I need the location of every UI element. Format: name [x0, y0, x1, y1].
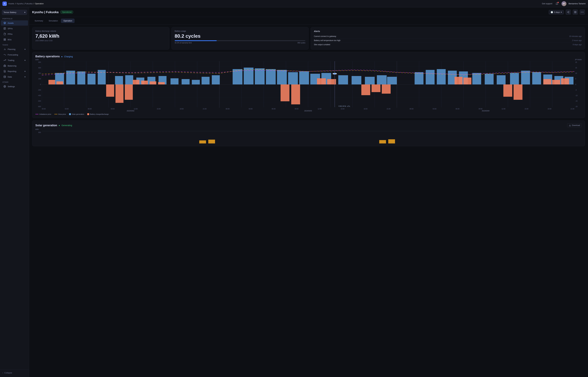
svg-line-19 — [568, 12, 569, 12]
legend-imbalance-price: Imbalance price — [35, 113, 51, 115]
svg-rect-96 — [125, 84, 133, 100]
more-options-button[interactable]: ••• — [580, 10, 585, 15]
portfolio-section-label: PORTFOLIO — [0, 16, 29, 20]
main-layout: Tensor Battery ▾ PORTFOLIO Assets SPVs P… — [0, 7, 588, 377]
sidebar-item-forecasting-label: Forecasting — [8, 54, 18, 56]
alert-row: Battery cell temperature too high 2 hour… — [314, 38, 582, 43]
sidebar-item-ppas[interactable]: PPAs — [1, 31, 28, 37]
alert-text-2: Battery cell temperature too high — [314, 39, 340, 42]
svg-rect-69 — [288, 72, 298, 84]
page-header: Kyushu | Fukuoka Operational 🕐 3 days ▾ … — [29, 7, 588, 17]
download-label: Download — [572, 124, 580, 126]
svg-point-116 — [333, 73, 336, 74]
solar-chart-preview-svg — [42, 131, 582, 143]
grid-icon — [3, 38, 6, 41]
battery-operations-chart-section: Battery operations ● Charging kWh JPY/kW… — [32, 52, 585, 118]
sidebar-item-settings[interactable]: Settings — [1, 84, 28, 89]
sidebar-item-reporting[interactable]: Reporting ▾ — [1, 69, 28, 74]
sidebar-item-bgs[interactable]: BGs — [1, 37, 28, 42]
other-section-label: OTHER — [0, 80, 29, 84]
sidebar: Tensor Battery ▾ PORTFOLIO Assets SPVs P… — [0, 7, 29, 377]
solar-y-label: kWh — [35, 129, 39, 130]
download-icon — [569, 124, 571, 126]
sidebar-item-assets-label: Assets — [8, 22, 14, 24]
charging-dot: ● — [61, 55, 62, 58]
time-selector[interactable]: 🕐 3 days ▾ — [549, 10, 564, 14]
svg-rect-77 — [387, 77, 397, 84]
breadcrumb-assets[interactable]: Assets — [8, 2, 14, 5]
svg-rect-74 — [351, 76, 361, 84]
usage-value: 80.2 cycles — [175, 33, 305, 39]
page-tabs: Summary Simulation Operation — [29, 17, 588, 25]
alert-time-3: 8 days ago — [573, 44, 582, 46]
battery-chart-svg: 現時点 — [42, 61, 574, 107]
support-button[interactable]: Get support — [542, 2, 552, 5]
y-axis-left: 800 600 400 200 0 -200 -400 -600 -800 — [35, 61, 42, 107]
tenant-dropdown[interactable]: Tensor Battery ▾ — [2, 10, 27, 15]
notification-button[interactable] — [554, 1, 559, 6]
share-icon — [567, 11, 569, 13]
svg-rect-86 — [510, 73, 519, 84]
svg-rect-53 — [98, 70, 106, 84]
tab-operation[interactable]: Operation — [61, 19, 75, 23]
svg-rect-92 — [48, 80, 55, 84]
breadcrumb-site[interactable]: Kyushu | Fukuoka — [17, 2, 33, 5]
layers-icon — [3, 22, 6, 24]
collapse-button[interactable]: ‹ Collapse — [0, 370, 29, 376]
sidebar-item-planning-label: Planning — [8, 48, 15, 50]
user-name: Beniamino Tartarini — [568, 2, 586, 5]
sidebar-item-balancing-label: Balancing — [8, 65, 16, 67]
sidebar-item-planning[interactable]: Planning ▾ — [1, 47, 28, 52]
sidebar-item-data[interactable]: Data ▾ — [1, 74, 28, 79]
svg-rect-59 — [170, 78, 179, 84]
app-logo: T — [2, 1, 7, 6]
svg-line-18 — [568, 12, 569, 13]
svg-rect-80 — [437, 69, 446, 84]
svg-rect-106 — [372, 84, 380, 92]
svg-text:現時点: 現時点 — [338, 106, 351, 107]
svg-rect-62 — [202, 77, 209, 84]
chart-axes-container: 800 600 400 200 0 -200 -400 -600 -800 — [35, 61, 582, 107]
sidebar-item-spvs-label: SPVs — [8, 27, 13, 30]
svg-rect-122 — [379, 140, 386, 143]
battery-bar-left-label: 32.2% of warranty limit — [175, 42, 192, 44]
svg-rect-94 — [106, 84, 114, 97]
svg-rect-99 — [150, 81, 156, 84]
tab-summary[interactable]: Summary — [32, 19, 46, 23]
layout-button[interactable] — [573, 10, 578, 15]
breadcrumb-current: Operation — [35, 2, 44, 5]
alert-time-1: 10 minutes ago — [569, 35, 582, 37]
sidebar-item-balancing[interactable]: Balancing — [1, 63, 28, 68]
svg-marker-0 — [4, 22, 6, 23]
battery-bar-fill — [175, 40, 217, 41]
svg-rect-83 — [472, 73, 481, 84]
discharge-value: 7,620 kWh — [35, 33, 166, 39]
planning-expand-icon: ▾ — [24, 48, 26, 50]
sidebar-item-forecasting[interactable]: Forecasting — [1, 52, 28, 57]
dropdown-arrow-icon: ▾ — [24, 11, 25, 13]
tab-simulation[interactable]: Simulation — [46, 19, 60, 23]
legend-battery-label: Battery charge/discharge — [90, 113, 109, 115]
file-icon — [3, 33, 6, 35]
main-content: Kyushu | Fukuoka Operational 🕐 3 days ▾ … — [29, 7, 588, 377]
solar-chart-preview — [42, 131, 582, 143]
svg-rect-3 — [5, 39, 6, 39]
svg-rect-68 — [277, 70, 287, 84]
solar-generation-chart-section: Solar generation ● Generating Download k… — [32, 120, 585, 146]
battery-chart-title-text: Battery operations — [35, 55, 60, 58]
svg-rect-101 — [281, 84, 289, 101]
sidebar-item-assets[interactable]: Assets — [1, 20, 28, 26]
svg-rect-5 — [4, 40, 5, 40]
svg-rect-103 — [317, 78, 326, 84]
sidebar-item-trading[interactable]: Trading ▾ — [1, 58, 28, 63]
usage-card: Battery usage 80.2 cycles 32.2% of warra… — [171, 27, 309, 49]
x-dates-row: 2023/03/02 2023/03/03 2023/03/04 — [35, 110, 582, 112]
svg-rect-110 — [503, 84, 512, 97]
download-button[interactable]: Download — [567, 123, 582, 127]
sidebar-item-data-label: Data — [8, 76, 12, 78]
share-button[interactable] — [566, 10, 571, 15]
legend-area-label: Area price — [58, 113, 66, 115]
sidebar-item-spvs[interactable]: SPVs — [1, 26, 28, 31]
charging-label: Charging — [64, 55, 73, 58]
svg-rect-60 — [181, 79, 190, 84]
